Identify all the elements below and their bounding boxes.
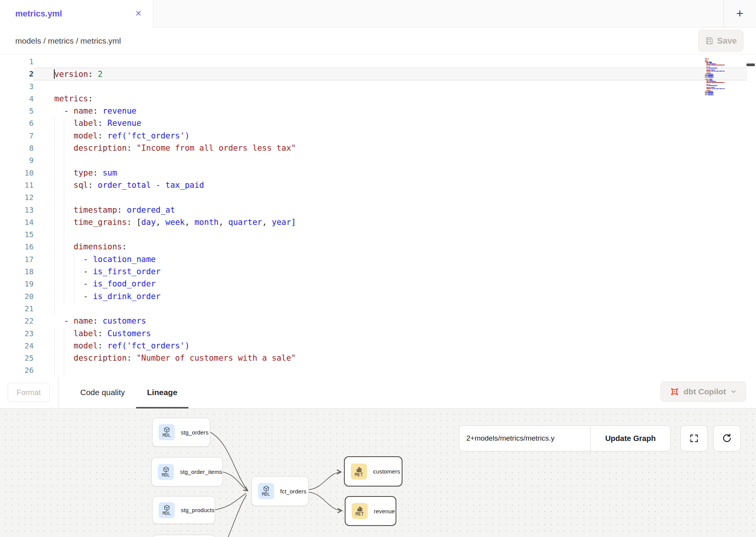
- lineage-node-fct_orders[interactable]: MDLfct_orders: [251, 476, 308, 506]
- code-text: - name: revenue: [34, 105, 747, 117]
- format-button[interactable]: Format: [8, 383, 50, 402]
- code-line-25[interactable]: 25 description: "Number of customers wit…: [0, 352, 756, 364]
- overview-ruler-mark: [746, 63, 755, 66]
- code-line-1[interactable]: 1: [0, 55, 756, 68]
- badge-label: MDL: [162, 433, 171, 438]
- model-badge: MDL: [258, 483, 274, 499]
- save-button[interactable]: Save: [698, 30, 743, 52]
- code-line-22[interactable]: 22 - name: customers: [0, 315, 756, 327]
- lineage-node-stg_orders[interactable]: MDLstg_orders: [152, 418, 210, 447]
- graph-controls: Update Graph: [459, 425, 671, 451]
- code-line-21[interactable]: 21: [0, 303, 756, 315]
- code-line-10[interactable]: 10 type: sum: [0, 167, 756, 179]
- line-number: 18: [0, 265, 34, 278]
- edge-stg-products-fct: [215, 493, 246, 510]
- model-badge: MDL: [159, 424, 175, 440]
- edge-fct-revenue: [309, 492, 342, 511]
- code-line-23[interactable]: 23 label: Customers: [0, 327, 756, 340]
- line-number: 3: [0, 80, 34, 93]
- refresh-button[interactable]: [713, 425, 741, 451]
- code-text: [34, 55, 747, 68]
- code-text: - is_drink_order: [34, 290, 747, 303]
- close-tab-icon[interactable]: ×: [135, 8, 141, 19]
- code-text: [34, 303, 747, 315]
- code-line-8[interactable]: 8 description: "Income from all orders l…: [0, 142, 756, 154]
- edge-fct-customers: [309, 472, 341, 490]
- code-editor[interactable]: 12version: 234metrics:5 - name: revenue6…: [0, 54, 756, 377]
- lineage-selector-input[interactable]: [459, 426, 590, 451]
- line-number: 9: [0, 154, 34, 166]
- code-line-11[interactable]: 11 sql: order_total - tax_paid: [0, 179, 756, 191]
- line-number: 14: [0, 216, 34, 228]
- tab-bar: metrics.yml × +: [0, 0, 756, 28]
- code-line-24[interactable]: 24 model: ref('fct_orders'): [0, 340, 756, 352]
- lineage-panel[interactable]: MDLstg_ordersMDLstg_order_itemsMDLstg_pr…: [0, 408, 756, 537]
- line-number: 23: [0, 327, 34, 340]
- code-line-17[interactable]: 17 - location_name: [0, 253, 756, 265]
- tab-strip-empty: [153, 0, 723, 27]
- toolbar-tabs: Code quality Lineage: [69, 377, 188, 408]
- tab-metrics-yml[interactable]: metrics.yml ×: [0, 0, 153, 28]
- lineage-node-revenue[interactable]: METrevenue: [345, 496, 396, 526]
- lineage-node-stg_order_items[interactable]: MDLstg_order_items: [151, 457, 223, 487]
- fullscreen-button[interactable]: [680, 425, 708, 451]
- lineage-node-stg_products[interactable]: MDLstg_products: [152, 496, 215, 524]
- code-line-5[interactable]: 5 - name: revenue: [0, 105, 756, 117]
- lineage-node-customers[interactable]: METcustomers: [344, 456, 402, 487]
- code-text: label: Customers: [34, 327, 747, 340]
- file-header-row: models / metrics / metrics.yml Save: [0, 28, 756, 54]
- line-number: 5: [0, 105, 34, 117]
- code-text: [34, 191, 747, 203]
- code-text: - is_first_order: [34, 265, 747, 278]
- new-tab-button[interactable]: +: [723, 0, 756, 27]
- code-line-15[interactable]: 15: [0, 228, 756, 241]
- node-label: revenue: [374, 508, 395, 514]
- code-line-19[interactable]: 19 - is_food_order: [0, 278, 756, 290]
- model-badge: MDL: [158, 464, 174, 480]
- line-number: 10: [0, 167, 34, 179]
- code-line-16[interactable]: 16 dimensions:: [0, 241, 756, 253]
- code-line-2[interactable]: 2version: 2: [0, 68, 756, 80]
- line-number: 2: [0, 68, 34, 80]
- code-text: metrics:: [34, 93, 747, 105]
- line-number: 15: [0, 228, 34, 241]
- code-line-20[interactable]: 20 - is_drink_order: [0, 290, 756, 303]
- lineage-label: Lineage: [147, 388, 177, 397]
- code-line-6[interactable]: 6 label: Revenue: [0, 117, 756, 129]
- dbt-copilot-button[interactable]: dbt Copilot: [660, 381, 746, 402]
- code-line-18[interactable]: 18 - is_first_order: [0, 265, 756, 278]
- code-text: timestamp: ordered_at: [34, 204, 747, 216]
- code-text: sql: order_total - tax_paid: [34, 179, 747, 191]
- line-number: 6: [0, 117, 34, 129]
- code-line-12[interactable]: 12: [0, 191, 756, 203]
- update-graph-button[interactable]: Update Graph: [590, 426, 670, 451]
- code-line-3[interactable]: 3: [0, 80, 756, 93]
- code-text: - location_name: [34, 253, 747, 265]
- tab-lineage[interactable]: Lineage: [136, 377, 188, 408]
- code-lines: 12version: 234metrics:5 - name: revenue6…: [0, 54, 756, 377]
- code-line-7[interactable]: 7 model: ref('fct_orders'): [0, 130, 756, 142]
- line-number: 24: [0, 340, 34, 352]
- code-line-26[interactable]: 26: [0, 364, 756, 376]
- line-number: 13: [0, 204, 34, 216]
- code-text: label: Revenue: [34, 117, 747, 129]
- code-line-4[interactable]: 4metrics:: [0, 93, 756, 105]
- floppy-disk-icon: [705, 36, 714, 45]
- save-label: Save: [717, 36, 737, 46]
- code-text: model: ref('fct_orders'): [34, 340, 747, 352]
- code-line-9[interactable]: 9: [0, 154, 756, 166]
- dbt-copilot-icon: [670, 387, 680, 397]
- code-line-13[interactable]: 13 timestamp: ordered_at: [0, 204, 756, 216]
- plus-icon: +: [736, 7, 743, 21]
- breadcrumb: models / metrics / metrics.yml: [15, 36, 121, 46]
- code-text: dimensions:: [34, 241, 747, 253]
- lineage-node-partial_node[interactable]: [152, 535, 215, 537]
- toolbar-divider: [58, 377, 58, 408]
- line-number: 25: [0, 352, 34, 364]
- line-number: 17: [0, 253, 34, 265]
- line-number: 7: [0, 130, 34, 142]
- code-line-14[interactable]: 14 time_grains: [day, week, month, quart…: [0, 216, 756, 228]
- editor-minimap[interactable]: [705, 57, 730, 95]
- tab-code-quality[interactable]: Code quality: [69, 377, 136, 408]
- line-number: 20: [0, 290, 34, 303]
